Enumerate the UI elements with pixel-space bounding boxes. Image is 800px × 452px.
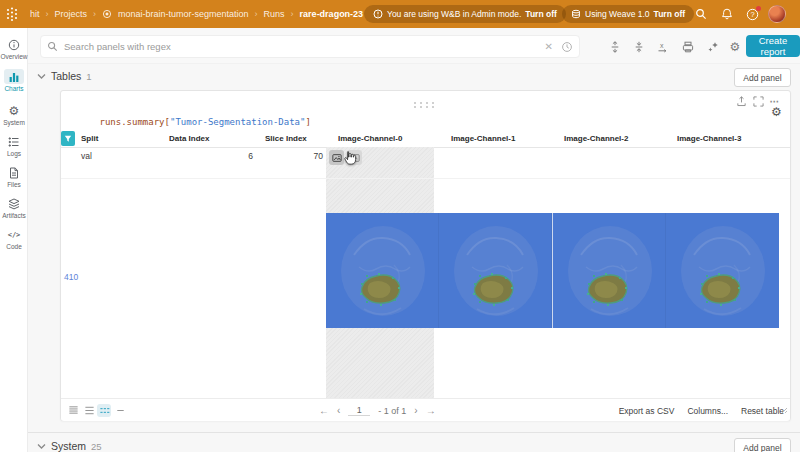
breadcrumb-runs[interactable]: Runs [264,9,285,19]
breadcrumb-projects[interactable]: Projects [55,9,88,19]
last-page-icon[interactable]: → [426,405,436,416]
row-height-medium-icon[interactable] [82,404,96,417]
run-sidebar: Overview Charts ⚙ System Logs Files [0,28,28,452]
sidebar-item-label: Logs [7,150,21,157]
column-header-image-channel-0[interactable]: Image-Channel-0 [338,134,402,143]
columns-button[interactable]: Columns... [687,406,728,416]
pagination: ← ‹ - 1 of 1 › → [319,399,436,422]
expand-panels-icon[interactable] [608,40,622,54]
sidebar-item-code[interactable]: </> Code [0,228,28,250]
table-footer: ← ‹ - 1 of 1 › → Export as CSV Columns..… [61,398,790,421]
row-height-large-icon[interactable] [97,404,111,417]
sidebar-item-label: Code [6,243,22,250]
help-icon[interactable]: ? [745,7,759,21]
table-actions: Export as CSV Columns... Reset table [619,399,784,422]
sidebar-item-artifacts[interactable]: Artifacts [0,197,28,219]
sidebar-item-charts[interactable]: Charts [0,69,28,92]
panel-search-box[interactable]: ✕ [40,35,580,58]
breadcrumb-project[interactable]: monai-brain-tumor-segmentation [118,9,249,19]
breadcrumb-separator: › [46,9,49,19]
search-icon [47,41,58,52]
sidebar-item-system[interactable]: ⚙ System [0,104,28,126]
sidebar-item-label: Files [7,181,21,188]
weave-icon [571,9,581,19]
chevron-down-icon [37,73,46,80]
fullscreen-icon[interactable] [752,95,765,108]
drag-handle[interactable] [413,95,435,113]
sidebar-item-logs[interactable]: Logs [0,135,28,157]
history-icon[interactable] [561,41,573,53]
clear-search-icon[interactable]: ✕ [545,41,553,52]
filter-icon[interactable] [61,131,75,146]
cell-slice-index[interactable]: 70 [283,151,323,161]
sidebar-item-label: Artifacts [2,212,25,219]
list-icon [7,135,21,149]
column-header-slice-index[interactable]: Slice Index [265,134,307,143]
bar-chart-icon [4,69,24,84]
weave-banner[interactable]: Using Weave 1.0 Turn off [562,5,694,23]
x-axis-settings-icon[interactable]: x [656,40,670,54]
settings-gear-icon[interactable]: ⚙ [728,40,742,54]
row-height-small-icon[interactable] [66,404,80,417]
export-csv-button[interactable]: Export as CSV [619,406,675,416]
system-section-header[interactable]: System 25 [37,440,102,452]
svg-text:x: x [660,42,664,49]
prev-page-icon[interactable]: ‹ [337,405,340,416]
sidebar-item-overview[interactable]: Overview [0,38,28,60]
mri-image-channel-1[interactable] [439,213,552,328]
column-header-image-channel-1[interactable]: Image-Channel-1 [451,134,515,143]
wandb-run-page: hit › Projects › monai-brain-tumor-segme… [0,0,800,452]
query-close-bracket: ] [305,117,310,127]
add-panel-button[interactable]: Add panel [734,68,791,87]
cell-data-index[interactable]: 6 [213,151,253,161]
cell-split[interactable]: val [81,151,92,161]
notifications-bell-icon[interactable] [720,7,734,21]
wandb-logo-icon[interactable] [4,6,20,22]
breadcrumb-run-name[interactable]: rare-dragon-23 [300,9,364,19]
admin-mode-banner[interactable]: You are using W&B in Admin mode. Turn of… [364,5,566,23]
user-avatar[interactable] [768,5,786,23]
sidebar-item-label: System [3,119,25,126]
global-search-icon[interactable] [694,7,708,21]
export-panel-icon[interactable] [735,95,748,108]
column-header-image-channel-3[interactable]: Image-Channel-3 [677,134,741,143]
page-number-input[interactable] [348,405,370,416]
mri-image-channel-3[interactable] [666,213,779,328]
chevron-down-icon [37,443,46,450]
query-string: "Tumor-Segmentation-Data" [170,117,305,127]
column-header-image-channel-2[interactable]: Image-Channel-2 [564,134,628,143]
add-panel-button[interactable]: Add panel [734,438,791,452]
reset-table-button[interactable]: Reset table [741,406,784,416]
info-icon [7,38,21,52]
column-header-data-index[interactable]: Data Index [169,134,209,143]
create-report-button[interactable]: Create report [746,35,800,57]
next-page-icon[interactable]: › [414,405,417,416]
mri-image-channel-2[interactable] [553,213,666,328]
magic-suggestions-icon[interactable] [706,40,720,54]
mri-image-channel-0[interactable] [326,213,439,328]
media-row-index-link[interactable]: 410 [64,272,78,282]
panel-query[interactable]: runs.summary["Tumor-Segmentation-Data"] [67,107,311,137]
admin-turn-off-button[interactable]: Turn off [525,9,556,19]
notification-dot [756,6,761,11]
alert-icon [373,9,383,19]
panel-search-input[interactable] [64,41,539,52]
column-header-split[interactable]: Split [81,134,98,143]
code-icon: </> [7,228,21,242]
breadcrumb-user[interactable]: hit [30,9,40,19]
collapse-panels-icon[interactable] [632,40,646,54]
table-panel: ⋯ runs.summary["Tumor-Segmentation-Data"… [60,90,791,421]
sidebar-item-label: Charts [4,85,23,92]
first-page-icon[interactable]: ← [319,405,329,416]
sidebar-item-files[interactable]: Files [0,166,28,188]
weave-turn-off-button[interactable]: Turn off [654,9,685,19]
panel-toolbar: ✕ x ⚙ Create report [28,28,800,64]
table-settings-gear-icon[interactable]: ⚙ [771,105,782,119]
breadcrumb: hit › Projects › monai-brain-tumor-segme… [30,0,363,28]
panel-layout-icon[interactable] [681,40,695,54]
row-height-collapse-icon[interactable] [113,404,127,417]
document-icon [7,166,21,180]
tables-section-header[interactable]: Tables 1 [37,70,92,82]
panel-resize-handle[interactable] [781,400,788,418]
project-icon [102,9,112,19]
